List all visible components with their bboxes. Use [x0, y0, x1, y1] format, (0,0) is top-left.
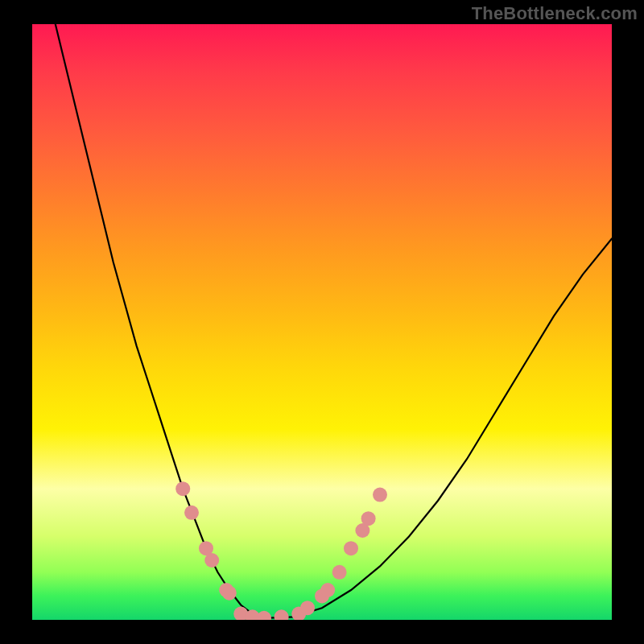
plot-area	[32, 24, 612, 620]
highlight-dot	[373, 488, 387, 502]
highlight-dot	[257, 611, 271, 620]
watermark-text: TheBottleneck.com	[472, 3, 638, 24]
highlight-dot	[344, 541, 358, 555]
curve-layer	[32, 24, 612, 620]
chart-canvas: TheBottleneck.com	[0, 0, 644, 644]
highlight-dot	[361, 511, 376, 526]
highlight-dot	[320, 583, 335, 597]
bottleneck-curve	[56, 24, 612, 618]
highlight-dot	[175, 481, 190, 496]
highlight-dot	[204, 553, 219, 568]
highlight-dot	[332, 565, 347, 580]
highlight-dot	[184, 506, 199, 520]
highlight-dot	[275, 609, 289, 620]
highlight-dot	[222, 586, 237, 601]
highlight-dot	[300, 601, 315, 615]
